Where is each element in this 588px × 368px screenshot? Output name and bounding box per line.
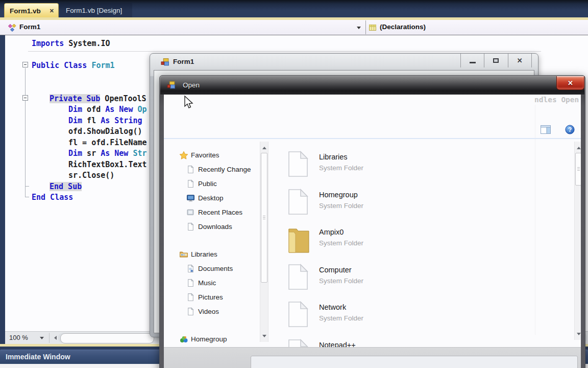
libraries-icon — [179, 250, 188, 259]
nav-item-desktop[interactable]: Desktop — [186, 192, 224, 204]
object-dropdown[interactable]: Form1 — [19, 23, 40, 31]
dialog-titlebar[interactable]: Open — [160, 76, 584, 95]
scrollbar-thumb[interactable] — [575, 153, 581, 186]
bigpage-icon — [286, 264, 310, 292]
code-line: Dim ofd As New Op — [68, 105, 147, 116]
window-controls: ✕ — [460, 54, 532, 67]
nav-item-label: Downloads — [198, 223, 232, 231]
nav-section-favorites[interactable]: Favorites — [179, 149, 219, 161]
code-line: ofd.ShowDialog() — [68, 127, 142, 137]
scroll-left-icon[interactable] — [52, 336, 57, 340]
code-line: Public Class Form1 — [32, 61, 115, 72]
chevron-down-icon[interactable] — [357, 27, 361, 31]
file-name: Computer — [319, 266, 352, 274]
filelist-scrollbar[interactable] — [574, 142, 581, 340]
tab-form1vb[interactable]: Form1.vb ✕ — [4, 3, 59, 18]
file-type: System Folder — [319, 202, 363, 210]
tab-close-icon[interactable]: ✕ — [50, 8, 54, 14]
nav-item-label: Desktop — [198, 194, 224, 202]
code-line: fl = ofd.FileName — [68, 138, 147, 149]
member-dropdown[interactable]: (Declarations) — [380, 23, 426, 31]
tab-form1vb-design[interactable]: Form1.vb [Design] — [60, 3, 132, 18]
page-icon — [186, 307, 195, 316]
file-type: System Folder — [319, 277, 363, 285]
nav-item-label: Documents — [198, 265, 233, 272]
star-icon — [179, 151, 188, 159]
nav-section-homegroup[interactable]: Homegroup — [179, 333, 227, 344]
scroll-down-icon[interactable] — [262, 335, 266, 339]
ghost-line — [535, 105, 535, 335]
scrollbar-thumb[interactable] — [261, 153, 267, 283]
svg-text:?: ? — [568, 126, 572, 133]
nav-item-label: Recent Places — [198, 209, 242, 216]
nav-item-label: Music — [198, 279, 216, 287]
navpane-scrollbar[interactable] — [260, 142, 268, 342]
maximize-button[interactable] — [484, 54, 507, 67]
region-separator — [28, 51, 541, 52]
dialog-content: ndles Open ? FavoritesRecently ChangePub… — [164, 95, 581, 368]
document-tab-bar: Form1.vb ✕ Form1.vb [Design] — [0, 0, 588, 18]
nav-item-public[interactable]: Public — [186, 177, 217, 190]
dialog-title: Open — [183, 81, 200, 89]
nav-item-recent-places[interactable]: Recent Places — [186, 206, 242, 218]
dialog-close-button[interactable]: ✕ — [556, 76, 584, 90]
file-name: Network — [319, 303, 346, 311]
code-line: Dim sr As New Str — [68, 149, 147, 159]
outline-line — [25, 68, 26, 197]
editor-navigation-bar: Form1 (Declarations) — [0, 20, 588, 35]
code-line: RichTextBox1.Text — [68, 160, 147, 171]
minimize-button[interactable] — [460, 54, 484, 67]
file-type: System Folder — [319, 239, 363, 247]
nav-section-label: Favorites — [191, 151, 219, 159]
nav-item-pictures[interactable]: Pictures — [186, 291, 223, 303]
ghost-text: ndles Open — [534, 96, 579, 104]
declarations-icon — [369, 24, 377, 32]
nav-item-music[interactable]: Music — [186, 277, 216, 289]
code-line: Imports System.IO — [32, 39, 110, 50]
mouse-cursor — [183, 95, 194, 110]
page-icon — [186, 293, 195, 302]
nav-item-downloads[interactable]: Downloads — [186, 220, 232, 233]
filename-input[interactable] — [251, 356, 578, 368]
code-line: End Sub — [50, 182, 82, 193]
desktop-icon — [186, 194, 195, 202]
file-name: Libraries — [319, 153, 348, 161]
code-line: Private Sub OpenToolS — [50, 94, 146, 105]
scrollbar-thumb[interactable] — [60, 333, 154, 343]
page-icon — [186, 222, 195, 231]
scroll-down-icon[interactable] — [577, 333, 581, 337]
fold-marker-class[interactable] — [22, 62, 28, 67]
scroll-up-icon[interactable] — [262, 145, 266, 149]
scroll-up-icon[interactable] — [577, 145, 581, 149]
dialog-nav-pane: FavoritesRecently ChangePublicDesktopRec… — [164, 140, 260, 344]
file-name: Ampix0 — [319, 228, 344, 236]
preview-pane-icon[interactable] — [541, 125, 551, 134]
immediate-window-title: Immediate Window — [6, 353, 70, 361]
help-icon[interactable]: ? — [565, 125, 575, 134]
outline-tick — [25, 197, 29, 197]
form-icon — [167, 81, 176, 89]
nav-item-recently-change[interactable]: Recently Change — [186, 163, 251, 175]
form-icon — [161, 58, 169, 66]
screen: Form1.vb ✕ Form1.vb [Design] Form1 (Decl… — [0, 0, 588, 368]
close-icon: ✕ — [568, 79, 573, 87]
toolbar-separator — [164, 138, 581, 139]
outline-tick — [25, 186, 29, 187]
page-icon — [186, 279, 195, 287]
file-type: System Folder — [319, 164, 363, 172]
divider — [49, 333, 50, 343]
navbar-divider — [365, 20, 366, 34]
nav-item-label: Videos — [198, 308, 219, 315]
bigfolder-icon — [286, 226, 312, 256]
close-button[interactable]: ✕ — [508, 54, 532, 67]
zoom-level-select[interactable]: 100 % — [9, 334, 28, 341]
homegroup-icon — [179, 335, 188, 343]
zoom-chevron-icon[interactable] — [40, 337, 44, 341]
nav-item-documents[interactable]: Documents — [186, 262, 233, 274]
dialog-footer — [164, 347, 581, 368]
bigpage-icon — [286, 189, 310, 217]
fold-marker-sub[interactable] — [22, 95, 28, 101]
nav-section-libraries[interactable]: Libraries — [179, 248, 217, 260]
tab-label: Form1.vb — [10, 7, 41, 15]
nav-item-videos[interactable]: Videos — [186, 305, 219, 317]
